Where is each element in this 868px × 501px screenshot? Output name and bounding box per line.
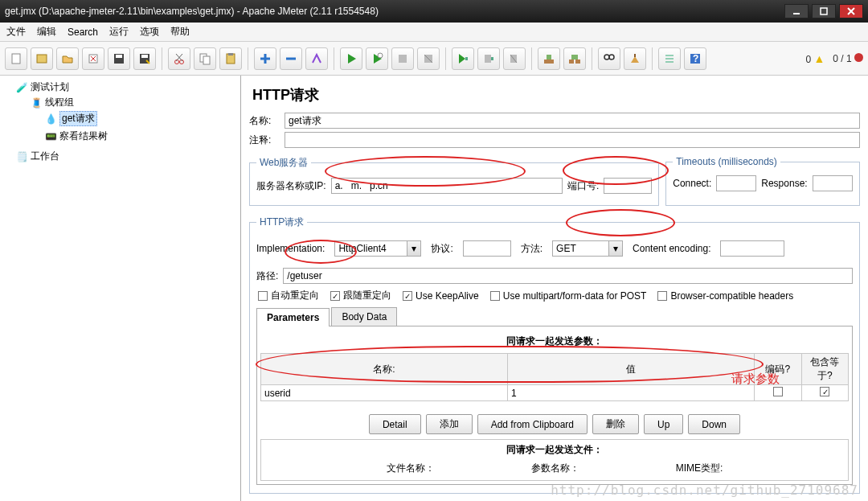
implementation-dropdown[interactable]: ▾ — [334, 240, 421, 257]
files-col-mimetype: MIME类型: — [676, 462, 723, 475]
templates-icon[interactable] — [31, 47, 53, 70]
panel-heading: HTTP请求 — [252, 85, 860, 105]
save-icon[interactable] — [108, 47, 130, 70]
toggle-icon[interactable] — [305, 47, 328, 70]
tree-node-workbench[interactable]: 🗒️工作台 — [16, 150, 239, 163]
open-icon[interactable] — [56, 47, 79, 70]
svg-rect-34 — [547, 55, 551, 60]
collapse-icon[interactable] — [280, 47, 302, 70]
clear-icon[interactable] — [538, 47, 560, 70]
chevron-down-icon[interactable]: ▾ — [407, 240, 421, 257]
paste-icon[interactable] — [219, 47, 242, 70]
path-label: 路径: — [256, 269, 278, 283]
chevron-down-icon[interactable]: ▾ — [608, 240, 623, 257]
copy-icon[interactable] — [194, 47, 216, 70]
protocol-label: 协议: — [431, 242, 452, 256]
function-helper-icon[interactable] — [658, 47, 681, 70]
menu-bar: 文件 编辑 Search 运行 选项 帮助 — [0, 23, 868, 42]
follow-redirect-checkbox[interactable]: 跟随重定向 — [330, 289, 391, 302]
flask-icon: 🧪 — [16, 82, 27, 93]
window-title: get.jmx (D:\apache-jmeter-2.11\bin\examp… — [5, 6, 379, 17]
svg-rect-41 — [634, 54, 636, 57]
up-button[interactable]: Up — [644, 414, 683, 434]
svg-text:?: ? — [693, 53, 698, 64]
path-input[interactable] — [283, 268, 853, 284]
col-encode: 编码? — [755, 354, 801, 385]
tree-node-listener[interactable]: 📟察看结果树 — [45, 129, 239, 143]
name-input[interactable] — [285, 113, 860, 129]
svg-point-39 — [609, 55, 614, 60]
menu-run[interactable]: 运行 — [109, 25, 129, 39]
close-icon[interactable] — [82, 47, 104, 70]
response-label: Response: — [761, 178, 807, 189]
table-row[interactable]: userid 1 — [261, 385, 849, 401]
shutdown-icon[interactable] — [417, 47, 440, 70]
encoding-input[interactable] — [720, 240, 784, 257]
minimize-button[interactable] — [784, 4, 809, 18]
error-count: 0 / 1 — [833, 53, 863, 64]
menu-edit[interactable]: 编辑 — [37, 25, 56, 39]
auto-redirect-checkbox[interactable]: 自动重定向 — [258, 289, 319, 302]
protocol-input[interactable] — [463, 240, 511, 257]
browser-headers-checkbox[interactable]: Browser-compatible headers — [657, 290, 793, 302]
clear-all-icon[interactable] — [563, 47, 586, 70]
start-notimers-icon[interactable] — [366, 47, 388, 70]
warning-icon: ▲ — [813, 52, 825, 65]
connect-input[interactable] — [716, 175, 756, 191]
stop-icon[interactable] — [391, 47, 414, 70]
detail-button[interactable]: Detail — [369, 414, 421, 434]
comment-label: 注释: — [249, 133, 280, 147]
name-label: 名称: — [249, 114, 280, 128]
tab-body-data[interactable]: Body Data — [331, 307, 397, 326]
svg-rect-30 — [491, 57, 493, 60]
delete-button[interactable]: 删除 — [592, 414, 639, 434]
saveas-icon[interactable] — [133, 47, 156, 70]
test-plan-tree[interactable]: 🧪测试计划 🧵线程组 💧get请求 📟察看结果树 🗒️工作台 — [0, 76, 241, 501]
port-input[interactable] — [604, 178, 652, 194]
maximize-button[interactable] — [812, 4, 836, 18]
remote-stop-icon[interactable] — [477, 47, 500, 70]
tree-node-threadgroup[interactable]: 🧵线程组 — [31, 96, 239, 109]
add-from-clipboard-button[interactable]: Add from Clipboard — [477, 414, 588, 434]
tree-node-testplan[interactable]: 🧪测试计划 — [16, 80, 239, 94]
timeouts-legend: Timeouts (milliseconds) — [673, 156, 780, 167]
down-button[interactable]: Down — [688, 414, 740, 434]
error-icon — [854, 53, 863, 62]
expand-icon[interactable] — [254, 47, 276, 70]
remote-shutdown-icon[interactable] — [503, 47, 526, 70]
comment-input[interactable] — [285, 132, 860, 148]
multipart-checkbox[interactable]: Use multipart/form-data for POST — [490, 290, 647, 302]
svg-rect-29 — [485, 55, 491, 63]
toolbar: ? 0 ▲ 0 / 1 — [0, 42, 868, 76]
response-input[interactable] — [813, 175, 853, 191]
keepalive-checkbox[interactable]: Use KeepAlive — [403, 290, 479, 302]
include-equals-checkbox[interactable] — [820, 387, 829, 396]
sampler-icon: 💧 — [45, 113, 56, 125]
parameters-table[interactable]: 名称: 值 编码? 包含等于? userid 1 — [260, 353, 849, 401]
tab-parameters[interactable]: Parameters — [256, 308, 330, 326]
cut-icon[interactable] — [168, 47, 190, 70]
menu-file[interactable]: 文件 — [6, 25, 26, 39]
svg-rect-5 — [37, 55, 47, 63]
search-icon[interactable] — [598, 47, 620, 70]
new-icon[interactable] — [5, 47, 27, 70]
server-input[interactable] — [331, 178, 563, 194]
tree-node-http-request[interactable]: 💧get请求 — [45, 111, 239, 126]
close-button[interactable] — [839, 4, 863, 18]
remote-start-icon[interactable] — [452, 47, 474, 70]
files-title: 同请求一起发送文件： — [261, 440, 848, 460]
menu-search[interactable]: Search — [68, 27, 98, 38]
method-dropdown[interactable]: ▾ — [552, 240, 623, 257]
help-icon[interactable]: ? — [684, 47, 706, 70]
reset-search-icon[interactable] — [624, 47, 646, 70]
encoding-label: Content encoding: — [633, 243, 710, 254]
port-label: 端口号: — [567, 179, 599, 193]
menu-options[interactable]: 选项 — [140, 25, 159, 39]
method-label: 方法: — [521, 242, 542, 256]
window-titlebar: get.jmx (D:\apache-jmeter-2.11\bin\examp… — [0, 0, 868, 23]
add-button[interactable]: 添加 — [426, 414, 473, 434]
svg-rect-35 — [569, 60, 574, 64]
encode-checkbox[interactable] — [773, 387, 783, 396]
menu-help[interactable]: 帮助 — [170, 25, 190, 39]
start-icon[interactable] — [340, 47, 362, 70]
